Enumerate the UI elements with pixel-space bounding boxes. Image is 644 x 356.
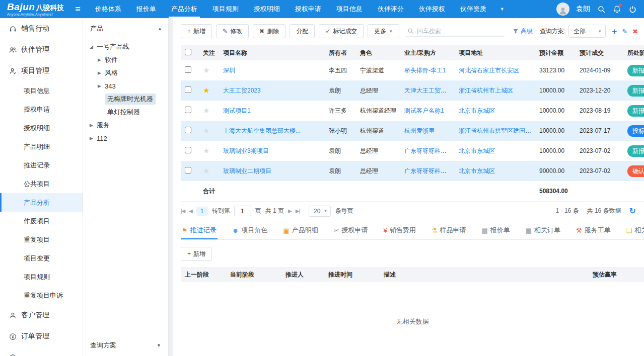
edit-scheme-icon[interactable]: ✎ bbox=[622, 28, 627, 35]
star-icon[interactable]: ★ bbox=[203, 66, 209, 74]
tab-quotation[interactable]: ▤ 报价单 bbox=[480, 221, 511, 239]
address-link[interactable]: 北京市东城区 bbox=[459, 167, 495, 174]
address-link[interactable]: 河北省石家庄市长安区 bbox=[459, 67, 519, 74]
next-page-button[interactable]: ▶ bbox=[288, 208, 292, 214]
tab-sales-expense[interactable]: ¥ 销售费用 bbox=[383, 221, 417, 239]
tree-node-software[interactable]: ▶ 软件 bbox=[83, 53, 168, 66]
star-icon[interactable]: ★ bbox=[203, 106, 209, 115]
logo[interactable]: Bajun 八骏科技 Anyone,Anytime,Anywhere! bbox=[0, 2, 68, 16]
nav-item-price-system[interactable]: 价格体系 bbox=[88, 0, 129, 18]
nav-more-caret-icon[interactable]: ▼ bbox=[494, 0, 511, 18]
search-input[interactable] bbox=[417, 28, 500, 35]
sidebar-item-customer-management[interactable]: 客户管理 bbox=[0, 305, 83, 326]
sidebar-item-partner-management[interactable]: 伙伴管理 bbox=[0, 39, 83, 60]
tree-leaf-label[interactable]: 单灯控制器 bbox=[105, 107, 142, 118]
search-icon[interactable] bbox=[597, 5, 606, 14]
address-link[interactable]: 浙江省杭州市拱墅区建国北... bbox=[459, 127, 535, 134]
nav-item-auth-request[interactable]: 授权申请 bbox=[288, 0, 329, 18]
tab-product-details[interactable]: ▣ 产品明细 bbox=[282, 221, 319, 239]
sidebar-item-partial[interactable] bbox=[0, 347, 83, 356]
buyer-link[interactable]: 桥头排骨-李工1 bbox=[404, 67, 446, 74]
star-icon[interactable]: ★ bbox=[203, 146, 209, 155]
star-icon-active[interactable]: ★ bbox=[203, 86, 209, 95]
tab-push-records[interactable]: ⚑ 推进记录 bbox=[181, 221, 218, 239]
more-button[interactable]: 更多 ▼ bbox=[368, 24, 399, 38]
row-checkbox[interactable] bbox=[185, 86, 191, 93]
buyer-link[interactable]: 测试客户名称1 bbox=[404, 107, 444, 114]
sidebar-sub-project-rules[interactable]: 项目规则 bbox=[0, 268, 83, 286]
current-page-button[interactable]: 1 bbox=[196, 207, 208, 216]
power-icon[interactable] bbox=[628, 5, 637, 14]
tree-leaf-label-selected[interactable]: 无梅牌时光机器 bbox=[105, 94, 156, 105]
delete-button[interactable]: ✖ 删除 bbox=[253, 24, 285, 38]
nav-item-auth-details[interactable]: 授权明细 bbox=[246, 0, 288, 18]
sidebar-item-sales-actions[interactable]: 销售行动 bbox=[0, 18, 83, 39]
avatar[interactable] bbox=[556, 3, 569, 16]
row-checkbox[interactable] bbox=[185, 167, 191, 173]
sidebar-sub-product-analysis[interactable]: 产品分析 bbox=[0, 193, 83, 212]
row-checkbox[interactable] bbox=[185, 107, 191, 113]
project-name-link[interactable]: 上海大大航空集团总部大楼... bbox=[223, 127, 301, 134]
row-checkbox[interactable] bbox=[185, 66, 191, 73]
sidebar-item-order-management[interactable]: 订单管理 bbox=[0, 326, 83, 347]
tab-sample-request[interactable]: ⚗ 样品申请 bbox=[431, 221, 467, 239]
query-scheme-footer[interactable]: 查询方案 ▼ bbox=[83, 335, 168, 356]
tree-collapsed-icon[interactable]: ▶ bbox=[98, 70, 105, 75]
tree-collapsed-icon[interactable]: ▶ bbox=[90, 123, 97, 128]
sidebar-item-project-management[interactable]: 项目管理 bbox=[0, 60, 83, 81]
star-icon[interactable]: ★ bbox=[203, 166, 209, 175]
detail-add-button[interactable]: + 新增 bbox=[181, 247, 212, 261]
tab-service-ticket[interactable]: ⚒ 服务工单 bbox=[575, 221, 612, 239]
project-name-link[interactable]: 玻璃制业3期项目 bbox=[223, 147, 269, 154]
tree-collapsed-icon[interactable]: ▶ bbox=[98, 83, 105, 88]
tab-related-orders[interactable]: ▦ 相关订单 bbox=[525, 221, 561, 239]
address-link[interactable]: 北京市东城区 bbox=[459, 147, 495, 154]
table-row[interactable]: ★ 深圳 李五四 宁波渠道 桥头排骨-李工1 河北省石家庄市长安区 33123.… bbox=[181, 60, 644, 80]
panel-collapse-icon[interactable]: ▲ bbox=[158, 26, 162, 31]
select-all-checkbox[interactable] bbox=[185, 49, 191, 55]
delete-scheme-icon[interactable]: ✖ bbox=[632, 28, 638, 35]
sidebar-sub-project-changes[interactable]: 项目变更 bbox=[0, 249, 83, 268]
first-page-button[interactable]: |◀ bbox=[181, 208, 185, 214]
tree-node-product-line-1[interactable]: ◢ 一号产品线 bbox=[83, 40, 168, 53]
table-row[interactable]: ★ 上海大大航空集团总部大楼... 张小明 杭州渠道 杭州爱浙里 浙江省杭州市拱… bbox=[181, 121, 644, 141]
tree-collapsed-icon[interactable]: ▶ bbox=[90, 136, 97, 141]
tab-auth-request[interactable]: ✂ 授权申请 bbox=[333, 221, 369, 239]
tree-leaf-lamp-controller[interactable]: 单灯控制器 bbox=[83, 106, 168, 119]
nav-item-partner-auth[interactable]: 伙伴授权 bbox=[411, 0, 453, 18]
sidebar-sub-public-projects[interactable]: 公共项目 bbox=[0, 174, 83, 193]
advanced-filter[interactable]: 高级 bbox=[513, 27, 533, 36]
tree-node-112[interactable]: ▶ 112 bbox=[83, 132, 168, 145]
mark-deal-button[interactable]: ✓ 标记成交 bbox=[319, 24, 364, 38]
tab-related-files[interactable]: ❏ 相关文件 bbox=[625, 221, 644, 239]
search-box[interactable] bbox=[406, 26, 505, 37]
address-link[interactable]: 北京市东城区 bbox=[459, 107, 495, 114]
nav-item-quotation[interactable]: 报价单 bbox=[129, 0, 164, 18]
prev-page-button[interactable]: ◀ bbox=[189, 208, 192, 214]
nav-item-product-analysis[interactable]: 产品分析 bbox=[164, 0, 205, 18]
tree-collapsed-icon[interactable]: ▶ bbox=[98, 57, 105, 62]
add-scheme-icon[interactable]: + bbox=[612, 27, 617, 36]
edit-button[interactable]: ✎ 修改 bbox=[216, 24, 249, 38]
address-link[interactable]: 浙江省杭州市上城区 bbox=[459, 87, 513, 94]
query-scheme-select[interactable]: 全部 ▼ bbox=[568, 25, 606, 38]
nav-item-partner-score[interactable]: 伙伴评分 bbox=[370, 0, 411, 18]
page-input[interactable] bbox=[234, 206, 251, 216]
sidebar-sub-push-records[interactable]: 推进记录 bbox=[0, 156, 83, 174]
add-button[interactable]: + 新增 bbox=[181, 24, 212, 38]
table-row[interactable]: ★ 大王工贸2023 袁朗 总经理 天津大王工贸有限公司 浙江省杭州市上城区 1… bbox=[181, 80, 644, 101]
buyer-link[interactable]: 广东呀呀呀科技有限... bbox=[404, 147, 455, 154]
bell-icon[interactable] bbox=[612, 5, 621, 14]
buyer-link[interactable]: 天津大王工贸有限公司 bbox=[404, 87, 455, 94]
tree-node-service[interactable]: ▶ 服务 bbox=[83, 119, 168, 132]
project-name-link[interactable]: 测试项目1 bbox=[223, 107, 251, 114]
sidebar-sub-duplicate-appeal[interactable]: 重复项目申诉 bbox=[0, 286, 83, 305]
menu-toggle-icon[interactable]: ≡ bbox=[68, 4, 88, 15]
nav-item-project-rules[interactable]: 项目规则 bbox=[205, 0, 246, 18]
star-icon[interactable]: ★ bbox=[203, 126, 209, 135]
last-page-button[interactable]: ▶| bbox=[296, 208, 300, 214]
nav-item-partner-quality[interactable]: 伙伴资质 bbox=[453, 0, 494, 18]
project-name-link[interactable]: 深圳 bbox=[223, 67, 235, 74]
table-row[interactable]: ★ 玻璃制业3期项目 袁朗 总经理 广东呀呀呀科技有限... 北京市东城区 10… bbox=[181, 141, 644, 161]
table-row[interactable]: ★ 玻璃制业二期项目 袁朗 总经理 广东呀呀呀科技有限... 北京市东城区 90… bbox=[181, 161, 644, 181]
